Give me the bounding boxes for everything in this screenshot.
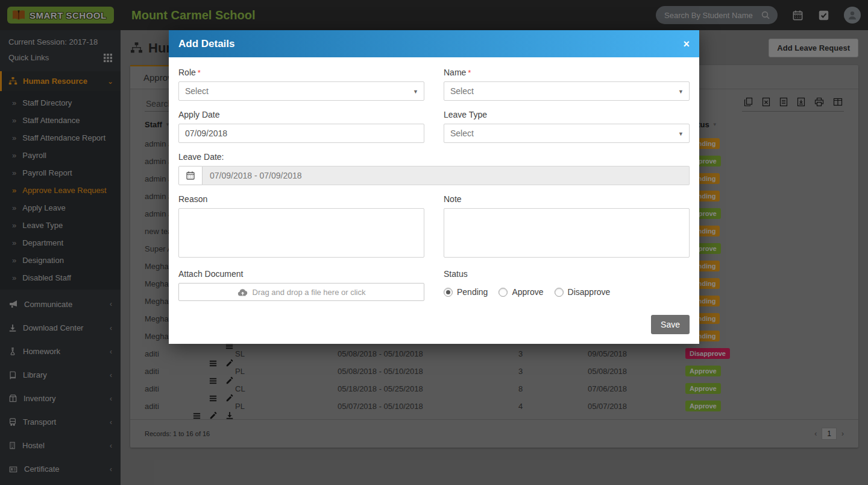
radio-icon <box>555 288 564 297</box>
add-details-modal: Add Details × Role* Select▼ Name* Select… <box>169 30 699 344</box>
reason-textarea[interactable] <box>178 208 424 258</box>
leave-date-label: Leave Date: <box>178 152 690 162</box>
select-caret-icon: ▼ <box>413 89 418 95</box>
modal-footer: Save <box>169 310 699 344</box>
status-radio-approve[interactable]: Approve <box>498 287 543 297</box>
role-select[interactable]: Select▼ <box>178 81 424 101</box>
app-root: SMART SCHOOL Mount Carmel School Curren <box>0 0 868 485</box>
radio-icon <box>444 288 453 297</box>
required-mark: * <box>198 68 201 77</box>
attach-document-label: Attach Document <box>178 269 424 279</box>
cloud-upload-icon <box>237 288 248 297</box>
calendar-icon[interactable] <box>178 166 203 185</box>
close-icon[interactable]: × <box>683 39 690 49</box>
leave-date-range-input[interactable] <box>203 166 690 185</box>
name-label: Name* <box>444 68 690 77</box>
status-radio-disapprove[interactable]: Disapprove <box>555 287 611 297</box>
select-caret-icon: ▼ <box>678 89 684 95</box>
save-button[interactable]: Save <box>651 315 690 334</box>
reason-label: Reason <box>178 194 424 204</box>
file-dropzone[interactable]: Drag and drop a file here or click <box>178 283 424 301</box>
leave-type-select[interactable]: Select▼ <box>444 124 690 143</box>
leave-type-label: Leave Type <box>444 110 690 119</box>
role-label: Role* <box>178 68 424 77</box>
modal-header: Add Details × <box>169 30 699 57</box>
name-select[interactable]: Select▼ <box>444 81 690 101</box>
status-radio-pending[interactable]: Pending <box>444 287 488 297</box>
required-mark: * <box>468 68 471 77</box>
status-label: Status <box>444 269 690 279</box>
apply-date-input[interactable] <box>178 124 424 143</box>
note-label: Note <box>444 194 690 204</box>
apply-date-label: Apply Date <box>178 110 424 119</box>
modal-title: Add Details <box>178 38 683 50</box>
status-radio-group: PendingApproveDisapprove <box>444 283 690 301</box>
radio-icon <box>498 288 508 297</box>
select-caret-icon: ▼ <box>678 131 684 137</box>
note-textarea[interactable] <box>444 208 690 258</box>
modal-body: Role* Select▼ Name* Select▼ Apply Date L… <box>169 57 699 310</box>
